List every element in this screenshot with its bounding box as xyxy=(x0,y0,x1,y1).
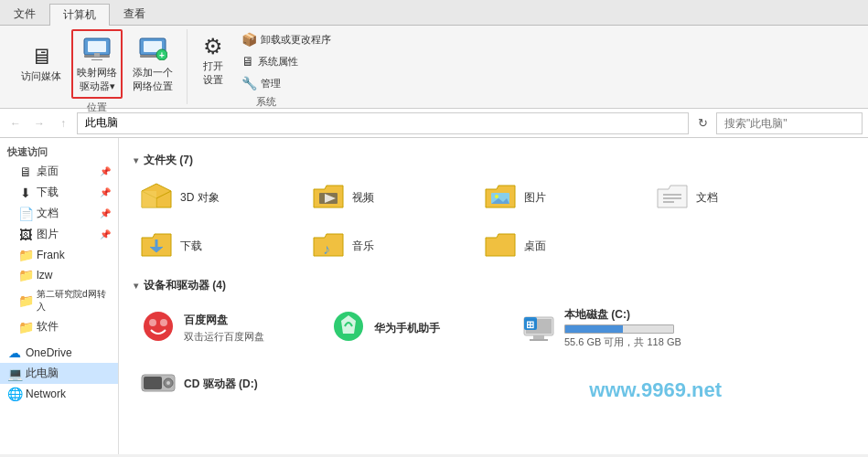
sidebar-desktop-label: 桌面 xyxy=(37,164,59,179)
svg-rect-3 xyxy=(94,53,100,57)
sidebar-item-lzw[interactable]: 📁 lzw xyxy=(0,265,118,285)
sidebar: 快速访问 🖥 桌面 📌 ⬇ 下载 📌 📄 文档 📌 🖼 图片 📌 📁 Frank… xyxy=(0,138,119,454)
svg-text:+: + xyxy=(159,50,165,60)
add-network-icon: + xyxy=(138,35,167,64)
uninstall-program-button[interactable]: 📦 卸载或更改程序 xyxy=(235,29,338,49)
device-cd-d[interactable]: CD 驱动器 (D:) xyxy=(134,361,316,408)
address-bar: ← → ↑ ↻ xyxy=(0,109,868,138)
folder-downloads[interactable]: 下载 xyxy=(134,226,298,267)
forward-button[interactable]: → xyxy=(29,113,49,133)
map-network-drive-button[interactable]: 映射网络驱动器▾ xyxy=(71,29,123,99)
documents-icon-main xyxy=(656,182,689,214)
pin-icon-downloads: 📌 xyxy=(100,187,111,197)
software-icon: 📁 xyxy=(18,320,33,335)
sidebar-item-thispc[interactable]: 💻 此电脑 xyxy=(0,363,118,384)
system-props-label: 系统属性 xyxy=(258,55,298,69)
huawei-info: 华为手机助手 xyxy=(374,321,440,336)
back-button[interactable]: ← xyxy=(5,113,26,133)
sidebar-item-onedrive[interactable]: ☁ OneDrive xyxy=(0,343,118,363)
device-huawei[interactable]: 华为手机助手 xyxy=(324,303,507,354)
devices-section-header[interactable]: ▾ 设备和驱动器 (4) xyxy=(134,278,853,293)
pin-icon-documents: 📌 xyxy=(100,208,111,218)
videos-label: 视频 xyxy=(352,190,374,206)
sidebar-item-software[interactable]: 📁 软件 xyxy=(0,316,118,337)
pictures-icon-main xyxy=(484,182,517,214)
svg-point-31 xyxy=(166,381,170,385)
folders-grid: 3D 对象 视频 xyxy=(134,177,853,267)
uninstall-icon: 📦 xyxy=(241,32,257,47)
add-network-label: 添加一个网络位置 xyxy=(133,66,173,93)
svg-rect-29 xyxy=(144,377,162,389)
folder-videos[interactable]: 视频 xyxy=(305,177,470,218)
sidebar-item-pictures[interactable]: 🖼 图片 📌 xyxy=(0,224,118,245)
tab-view[interactable]: 查看 xyxy=(110,3,159,25)
svg-rect-24 xyxy=(533,335,544,339)
svg-point-18 xyxy=(144,312,173,341)
lzw-icon: 📁 xyxy=(18,268,33,282)
sidebar-pictures-label: 图片 xyxy=(37,227,59,242)
pin-icon-pictures: 📌 xyxy=(100,229,111,239)
network-icon: 🌐 xyxy=(7,387,22,401)
desktop-icon: 🖥 xyxy=(18,165,33,179)
sidebar-downloads-label: 下载 xyxy=(37,185,59,200)
devices-section-label: 设备和驱动器 (4) xyxy=(144,278,226,293)
local-c-icon: ⊞ xyxy=(520,310,557,347)
sidebar-onedrive-label: OneDrive xyxy=(26,346,72,359)
sidebar-research-label: 第二研究院d网转入 xyxy=(37,288,111,314)
music-label: 音乐 xyxy=(352,239,374,254)
svg-rect-9 xyxy=(142,191,156,207)
sidebar-lzw-label: lzw xyxy=(37,269,52,282)
folder-desktop[interactable]: 桌面 xyxy=(477,226,642,267)
open-settings-button[interactable]: ⚙ 打开设置 xyxy=(195,32,231,90)
folder-documents[interactable]: 文档 xyxy=(649,177,814,218)
local-c-info: 本地磁盘 (C:) 55.6 GB 可用，共 118 GB xyxy=(564,307,681,349)
folder-pictures[interactable]: 图片 xyxy=(477,177,642,218)
folder-music[interactable]: ♪ 音乐 xyxy=(305,226,470,267)
device-local-c[interactable]: ⊞ 本地磁盘 (C:) 55.6 GB 可用，共 118 GB xyxy=(514,303,697,354)
ribbon-group-system: ⚙ 打开设置 📦 卸载或更改程序 🖥 系统属性 🔧 管理 xyxy=(188,29,345,104)
folders-section-header[interactable]: ▾ 文件夹 (7) xyxy=(134,153,853,168)
uninstall-label: 卸载或更改程序 xyxy=(261,33,331,47)
ribbon: 文件 计算机 查看 🖥 访问媒体 xyxy=(0,0,868,109)
sidebar-item-frank[interactable]: 📁 Frank xyxy=(0,245,118,265)
open-settings-icon: ⚙ xyxy=(203,36,223,58)
sidebar-item-desktop[interactable]: 🖥 桌面 📌 xyxy=(0,161,118,182)
sidebar-item-network[interactable]: 🌐 Network xyxy=(0,384,118,404)
sidebar-item-research[interactable]: 📁 第二研究院d网转入 xyxy=(0,285,118,316)
system-group-label: 系统 xyxy=(256,93,276,111)
ribbon-tab-bar: 文件 计算机 查看 xyxy=(0,0,868,26)
svg-rect-1 xyxy=(88,41,106,52)
access-media-button[interactable]: 🖥 访问媒体 xyxy=(15,42,68,87)
thispc-icon: 💻 xyxy=(7,367,22,381)
svg-point-20 xyxy=(160,319,167,326)
address-input[interactable] xyxy=(77,112,689,134)
system-properties-button[interactable]: 🖥 系统属性 xyxy=(235,51,338,71)
folders-chevron: ▾ xyxy=(134,155,138,165)
main-area: 快速访问 🖥 桌面 📌 ⬇ 下载 📌 📄 文档 📌 🖼 图片 📌 📁 Frank… xyxy=(0,138,868,454)
svg-rect-25 xyxy=(530,339,548,341)
downloads-label: 下载 xyxy=(180,239,202,254)
3d-objects-label: 3D 对象 xyxy=(180,190,220,206)
manage-button[interactable]: 🔧 管理 xyxy=(235,73,338,93)
documents-icon: 📄 xyxy=(18,207,33,221)
up-button[interactable]: ↑ xyxy=(53,113,73,133)
refresh-button[interactable]: ↻ xyxy=(692,113,713,133)
research-icon: 📁 xyxy=(18,293,33,308)
tab-file[interactable]: 文件 xyxy=(0,3,49,25)
device-baidu[interactable]: 百度网盘 双击运行百度网盘 xyxy=(134,303,316,354)
devices-grid: 百度网盘 双击运行百度网盘 华为手机助手 xyxy=(134,303,853,408)
tab-computer[interactable]: 计算机 xyxy=(49,4,110,26)
sidebar-item-downloads[interactable]: ⬇ 下载 📌 xyxy=(0,182,118,203)
ribbon-content: 🖥 访问媒体 映射网络驱动器▾ xyxy=(0,26,868,108)
manage-label: 管理 xyxy=(261,77,281,90)
quick-access-label: 快速访问 xyxy=(0,142,118,161)
access-media-icon: 🖥 xyxy=(30,46,52,68)
add-network-location-button[interactable]: + 添加一个网络位置 xyxy=(126,31,179,97)
sidebar-software-label: 软件 xyxy=(37,319,59,335)
huawei-name: 华为手机助手 xyxy=(374,321,440,336)
sidebar-documents-label: 文档 xyxy=(37,206,59,221)
folder-3d-objects[interactable]: 3D 对象 xyxy=(134,177,298,218)
sidebar-item-documents[interactable]: 📄 文档 📌 xyxy=(0,203,118,224)
search-input[interactable] xyxy=(716,112,863,134)
map-network-icon xyxy=(82,35,112,64)
